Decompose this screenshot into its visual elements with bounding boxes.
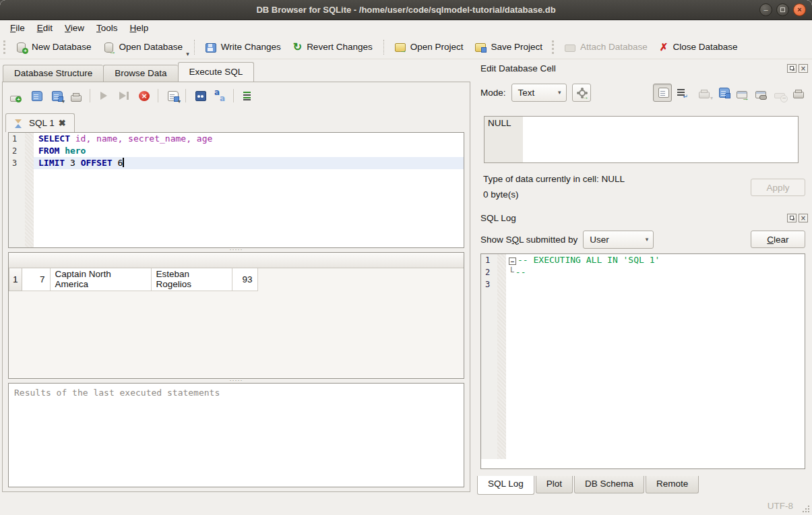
open-external-button[interactable] — [732, 84, 751, 102]
sql-log-title: SQL Log — [480, 213, 516, 223]
menu-help[interactable]: Help — [124, 22, 155, 34]
text-mode-button[interactable] — [653, 84, 672, 102]
save-project-button[interactable]: Save Project — [469, 39, 549, 55]
execute-all-button — [95, 87, 113, 104]
dock-tab-sql-log[interactable]: SQL Log — [477, 476, 534, 495]
float-panel-button[interactable] — [787, 214, 797, 222]
open-database-dropdown-caret[interactable]: ▾ — [186, 51, 189, 59]
log-line: 2 └-- — [481, 266, 805, 278]
toolbar-grip[interactable] — [3, 40, 7, 54]
menu-edit[interactable]: Edit — [31, 22, 59, 34]
close-panel-button[interactable]: × — [799, 214, 808, 222]
dock-tab-remote[interactable]: Remote — [646, 476, 699, 493]
cell-name[interactable]: Captain North America — [50, 268, 151, 291]
tab-execute-sql[interactable]: Execute SQL — [178, 62, 255, 82]
sql-log-view[interactable]: 1 −-- EXECUTING ALL IN 'SQL 1' 2 └-- 3 — [480, 253, 805, 469]
word-wrap-icon — [676, 87, 687, 98]
menu-file[interactable]: File — [4, 22, 31, 34]
mode-select[interactable]: Text ▾ — [511, 84, 567, 102]
editor-line: 1 SELECT id, name, secret_name, age — [9, 133, 464, 145]
new-sql-tab-button[interactable]: + — [7, 87, 24, 104]
sql-log-titlebar: SQL Log × — [480, 212, 808, 224]
menubar: File Edit View Tools Help — [0, 20, 812, 35]
print-cell-button[interactable] — [789, 84, 808, 102]
cell-value: NULL — [488, 118, 511, 128]
word-wrap-button[interactable] — [672, 84, 691, 102]
cell-age[interactable]: 93 — [232, 268, 257, 291]
set-null-button — [770, 84, 789, 102]
toolbar-grip[interactable] — [552, 40, 555, 54]
sql-1-tab[interactable]: SQL 1 ✖ — [5, 113, 75, 132]
row-header[interactable]: 1 — [9, 268, 22, 291]
cell-mode-row: Mode: Text ▾ ▾ — [480, 82, 808, 102]
print-icon — [71, 95, 82, 102]
open-database-button[interactable]: → Open Database — [98, 39, 189, 55]
menu-tools[interactable]: Tools — [90, 22, 124, 34]
titlebar: DB Browser for SQLite - /home/user/code/… — [0, 0, 812, 20]
copy-link-button[interactable] — [751, 84, 770, 102]
tab-browse-data[interactable]: Browse Data — [103, 65, 177, 82]
edit-cell-titlebar: Edit Database Cell × — [480, 62, 808, 74]
apply-button: Apply — [751, 179, 805, 196]
window-title: DB Browser for SQLite - /home/user/code/… — [0, 0, 812, 20]
new-database-button[interactable]: + New Database — [10, 39, 98, 55]
maximize-button[interactable] — [776, 3, 789, 16]
replace-button[interactable] — [211, 87, 228, 104]
float-panel-button[interactable] — [787, 64, 797, 73]
sql-tab-close-icon[interactable]: ✖ — [59, 118, 66, 128]
log-filter-select[interactable]: User ▾ — [583, 231, 654, 249]
stop-execution-button[interactable] — [135, 87, 153, 104]
close-database-button[interactable]: ✗ Close Database — [654, 39, 744, 55]
resize-grip[interactable] — [803, 506, 809, 512]
close-database-icon: ✗ — [660, 42, 668, 53]
execute-current-line-icon — [119, 92, 126, 100]
save-results-button[interactable]: ▾ — [163, 87, 181, 104]
auto-apply-button[interactable] — [572, 84, 591, 102]
dock-tabs: SQL Log Plot DB Schema Remote — [477, 476, 700, 495]
close-button[interactable]: × — [793, 3, 806, 16]
sql-editor[interactable]: 1 SELECT id, name, secret_name, age 2 FR… — [8, 132, 464, 248]
format-sql-button[interactable] — [239, 87, 256, 104]
format-sql-icon — [242, 90, 253, 101]
execute-current-line-button — [115, 87, 133, 104]
results-message-pane: Results of the last executed statements — [8, 383, 464, 487]
window-controls: – × — [759, 3, 806, 16]
minimize-icon: – — [763, 5, 768, 13]
find-button[interactable] — [191, 87, 208, 104]
write-changes-icon — [206, 43, 216, 53]
right-dock: Edit Database Cell × Mode: Text ▾ ▾ NULL — [475, 59, 812, 497]
results-grid: id name secret_name age 1 7 Captain Nort… — [8, 252, 464, 379]
close-panel-button[interactable]: × — [799, 64, 808, 73]
cell-size-info: 0 byte(s) — [483, 189, 519, 200]
import-data-button: ▾ — [695, 84, 714, 102]
fold-collapse-icon[interactable]: − — [509, 258, 516, 265]
cell-value-editor[interactable]: NULL — [484, 116, 799, 163]
new-sql-tab-icon: + — [10, 96, 21, 102]
export-data-button[interactable] — [714, 84, 732, 102]
log-line: 1 −-- EXECUTING ALL IN 'SQL 1' — [481, 254, 805, 266]
export-icon — [719, 88, 730, 98]
save-sql-file-icon — [52, 91, 63, 101]
sql-toolbar-separator — [185, 89, 186, 102]
dock-tab-plot[interactable]: Plot — [536, 476, 573, 493]
write-changes-button[interactable]: Write Changes — [199, 39, 287, 55]
dock-tab-db-schema[interactable]: DB Schema — [574, 476, 644, 493]
cell-secret-name[interactable]: Esteban Rogelios — [151, 268, 232, 291]
save-sql-file-button[interactable]: ▾ — [47, 87, 65, 104]
tab-database-structure[interactable]: Database Structure — [3, 65, 103, 82]
cell-id[interactable]: 7 — [22, 268, 50, 291]
statusbar: UTF-8 — [0, 497, 812, 515]
minimize-button[interactable]: – — [759, 3, 772, 16]
menu-view[interactable]: View — [59, 22, 90, 34]
open-project-button[interactable]: → Open Project — [389, 39, 470, 55]
revert-changes-button[interactable]: ↻ Revert Changes — [287, 39, 379, 55]
sql-toolbar-separator — [233, 89, 234, 102]
encoding-indicator: UTF-8 — [768, 501, 793, 511]
main-tabs: Database Structure Browse Data Execute S… — [3, 62, 254, 82]
fold-branch-icon: └ — [509, 267, 514, 277]
print-sql-button[interactable] — [67, 87, 85, 104]
execute-sql-panel: + ▾ ▾ SQL 1 ✖ — [2, 82, 470, 492]
main-toolbar: + New Database → Open Database ▾ Write C… — [0, 35, 812, 59]
open-sql-file-button[interactable] — [27, 87, 44, 104]
clear-log-button[interactable]: Clear — [751, 231, 805, 248]
